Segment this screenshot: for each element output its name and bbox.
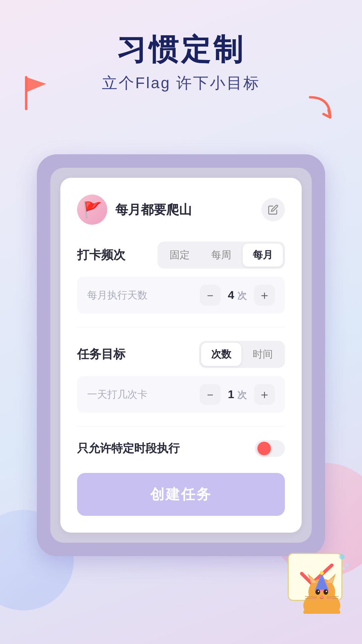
card-header: 🚩 每月都要爬山: [77, 195, 285, 225]
phone-inner: 🚩 每月都要爬山 打卡频次 固定 每周 每月: [50, 168, 312, 543]
svg-point-16: [323, 589, 328, 595]
svg-point-15: [315, 589, 320, 595]
svg-point-3: [345, 564, 349, 567]
frequency-tabs: 固定 每周 每月: [158, 241, 285, 269]
svg-point-14: [320, 571, 324, 575]
tab-fixed[interactable]: 固定: [160, 244, 200, 267]
create-button[interactable]: 创建任务: [77, 473, 285, 516]
execution-plus-btn[interactable]: ＋: [254, 285, 275, 306]
svg-point-18: [326, 591, 327, 592]
tab-weekly[interactable]: 每周: [201, 244, 241, 267]
arrow-deco: [303, 91, 340, 129]
execution-minus-btn[interactable]: －: [200, 285, 221, 306]
time-restrict-toggle[interactable]: [255, 440, 285, 457]
tab-monthly[interactable]: 每月: [243, 244, 283, 267]
habit-name: 每月都要爬山: [115, 201, 261, 218]
flag-deco: [19, 74, 50, 112]
phone-container: 🚩 每月都要爬山 打卡频次 固定 每周 每月: [37, 154, 325, 556]
svg-point-4: [342, 567, 345, 570]
daily-count-value: 1 次: [221, 388, 254, 401]
frequency-section: 打卡频次 固定 每周 每月: [77, 241, 285, 269]
execution-days-label: 每月执行天数: [87, 288, 200, 302]
habit-icon: 🚩: [77, 195, 107, 225]
task-goal-tabs: 次数 时间: [199, 341, 285, 368]
execution-days-value: 4 次: [221, 288, 254, 302]
svg-point-26: [311, 597, 317, 601]
svg-point-27: [327, 597, 333, 601]
svg-point-17: [318, 591, 319, 592]
frequency-label: 打卡频次: [77, 247, 125, 263]
daily-count-row: 一天打几次卡 － 1 次 ＋: [77, 376, 285, 413]
time-restrict-row: 只允许特定时段执行: [77, 440, 285, 457]
time-restrict-label: 只允许特定时段执行: [77, 441, 180, 456]
divider-1: [77, 327, 285, 327]
toggle-knob: [257, 442, 271, 455]
main-title: 习惯定制: [0, 34, 362, 66]
execution-days-row: 每月执行天数 － 4 次 ＋: [77, 277, 285, 314]
svg-point-19: [320, 595, 323, 597]
daily-minus-btn[interactable]: －: [200, 384, 221, 405]
daily-count-label: 一天打几次卡: [87, 388, 200, 401]
divider-2: [77, 426, 285, 427]
svg-point-2: [339, 554, 345, 559]
tab-time[interactable]: 时间: [243, 343, 283, 366]
edit-button[interactable]: [261, 198, 285, 221]
daily-plus-btn[interactable]: ＋: [254, 384, 275, 405]
cat-sticker: [285, 547, 352, 614]
tab-count[interactable]: 次数: [201, 343, 241, 366]
task-goal-label: 任务目标: [77, 346, 125, 363]
habit-card: 🚩 每月都要爬山 打卡频次 固定 每周 每月: [60, 178, 302, 533]
task-goal-section: 任务目标 次数 时间: [77, 341, 285, 368]
